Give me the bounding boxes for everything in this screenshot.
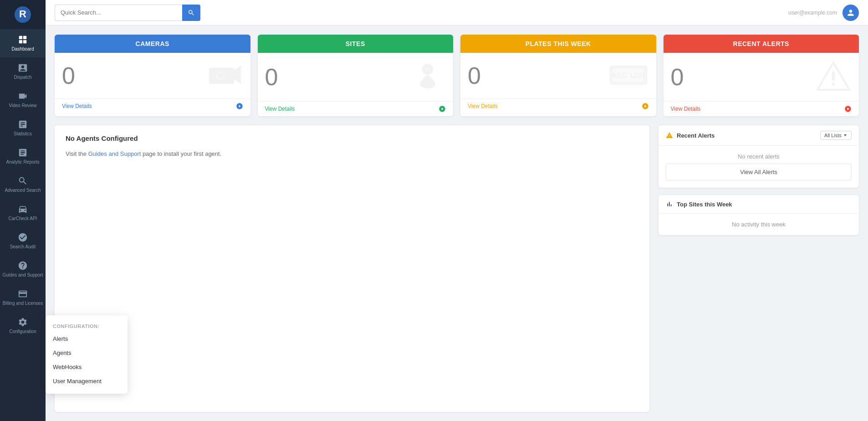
chevron-down-icon [843,133,848,138]
svg-point-9 [218,73,223,78]
main-content: user@example.com CAMERAS 0 [46,0,868,421]
sites-card-body: 0 [258,53,454,101]
sidebar-item-video-review[interactable]: Video Review [0,86,46,114]
sidebar-item-guides-support[interactable]: Guides and Support [0,255,46,283]
sidebar-item-carcheck-api-label: CarCheck API [9,216,37,221]
sites-icon [409,60,446,94]
cameras-count: 0 [62,62,75,89]
right-panel: Recent Alerts All Lists No recent alerts… [659,125,859,412]
sidebar: R Dashboard Dispatch Video Review Statis… [0,0,46,421]
agents-body-suffix: page to install your first agent. [141,150,221,157]
svg-rect-2 [19,36,22,39]
sidebar-item-guides-support-label: Guides and Support [3,272,43,278]
recent-alerts-card-body: 0 [664,53,859,101]
alert-icon [815,60,852,94]
sidebar-item-billing[interactable]: Billing and Licenses [0,283,46,312]
cameras-card: CAMERAS 0 View Details [55,35,250,116]
sites-view-details[interactable]: View Details [265,106,295,112]
search-area [55,5,200,21]
plates-icon: ABC 1234 [608,62,649,89]
app-logo: R [0,0,46,29]
sidebar-item-dashboard-label: Dashboard [12,46,34,52]
search-input[interactable] [55,5,182,21]
sidebar-item-analytic-reports-label: Analytic Reports [6,159,40,165]
svg-rect-5 [23,40,26,43]
bar-chart-icon [666,200,673,208]
top-sites-widget-body: No activity this week [659,214,859,235]
svg-text:ABC 1234: ABC 1234 [611,72,645,79]
alerts-widget-body: No recent alerts View All Alerts [659,146,859,188]
svg-rect-4 [19,40,22,43]
all-lists-dropdown[interactable]: All Lists [820,131,852,140]
top-sites-widget-title: Top Sites this Week [666,200,732,208]
recent-alerts-card-header: RECENT ALERTS [664,35,859,53]
sidebar-item-dispatch-label: Dispatch [14,75,32,80]
recent-alerts-count: 0 [671,63,684,91]
svg-rect-3 [23,36,26,39]
alerts-widget-title: Recent Alerts [666,132,715,139]
cameras-view-details[interactable]: View Details [62,103,92,109]
alerts-empty-message: No recent alerts [666,153,852,160]
agents-panel-body: Visit the Guides and Support page to ins… [66,149,638,159]
avatar[interactable] [842,5,859,21]
plates-count: 0 [468,62,481,89]
plates-view-details[interactable]: View Details [468,103,498,109]
sidebar-item-dashboard[interactable]: Dashboard [0,29,46,57]
sidebar-item-statistics-label: Statistics [14,131,32,137]
sites-card-footer: View Details [258,101,454,116]
context-menu-item-webhooks[interactable]: WebHooks [46,360,128,374]
plates-card-footer: View Details [460,98,656,113]
svg-rect-17 [832,83,835,86]
sidebar-item-carcheck-api[interactable]: CarCheck API [0,199,46,227]
sidebar-item-statistics[interactable]: Statistics [0,114,46,142]
plates-card: PLATES THIS WEEK 0 ABC 1234 View Details [460,35,656,116]
alerts-widget: Recent Alerts All Lists No recent alerts… [659,125,859,188]
plates-card-body: 0 ABC 1234 [460,53,656,98]
sidebar-item-dispatch[interactable]: Dispatch [0,57,46,86]
stats-row: CAMERAS 0 View Details [55,35,859,116]
sidebar-item-search-audit-label: Search Audit [10,244,36,250]
sites-count: 0 [265,63,278,91]
top-sites-title-text: Top Sites this Week [677,201,732,208]
cameras-card-header: CAMERAS [55,35,250,53]
all-lists-label: All Lists [824,133,842,138]
recent-alerts-view-details[interactable]: View Details [671,106,701,112]
svg-point-11 [425,67,430,72]
cameras-card-footer: View Details [55,98,250,113]
alerts-widget-header: Recent Alerts All Lists [659,125,859,146]
alerts-widget-title-text: Recent Alerts [677,132,715,139]
sidebar-item-advanced-search[interactable]: Advanced Search [0,170,46,199]
sidebar-item-billing-label: Billing and Licenses [3,301,43,306]
user-email: user@example.com [788,10,837,16]
sites-card-header: SITES [258,35,454,53]
topbar: user@example.com [46,0,868,26]
svg-text:R: R [19,8,26,20]
top-sites-empty-message: No activity this week [666,221,852,228]
context-menu-item-agents[interactable]: Agents [46,346,128,360]
guides-support-link[interactable]: Guides and Support [88,150,141,157]
camera-icon [207,61,243,90]
svg-rect-16 [832,72,835,81]
agents-panel-title: No Agents Configured [66,134,638,142]
sidebar-item-analytic-reports[interactable]: Analytic Reports [0,142,46,170]
context-menu-item-alerts[interactable]: Alerts [46,332,128,346]
recent-alerts-card: RECENT ALERTS 0 View Details [664,35,859,116]
search-button[interactable] [182,5,200,21]
top-sites-widget-header: Top Sites this Week [659,195,859,214]
cameras-card-body: 0 [55,53,250,98]
context-menu-item-user-management[interactable]: User Management [46,374,128,388]
sidebar-item-search-audit[interactable]: Search Audit [0,227,46,255]
configuration-context-menu: CONFIGURATION: Alerts Agents WebHooks Us… [46,315,128,394]
bottom-row: No Agents Configured Visit the Guides an… [55,125,859,412]
plates-card-header: PLATES THIS WEEK [460,35,656,53]
sidebar-item-configuration[interactable]: Configuration [0,312,46,340]
sidebar-item-advanced-search-label: Advanced Search [5,188,41,193]
recent-alerts-card-footer: View Details [664,101,859,116]
content-area: CAMERAS 0 View Details [46,26,868,421]
sites-card: SITES 0 View Details [258,35,454,116]
svg-marker-7 [234,66,241,84]
context-menu-section-label: CONFIGURATION: [46,321,128,332]
top-sites-widget: Top Sites this Week No activity this wee… [659,195,859,235]
topbar-right: user@example.com [788,5,859,21]
view-all-alerts-button[interactable]: View All Alerts [666,164,852,180]
